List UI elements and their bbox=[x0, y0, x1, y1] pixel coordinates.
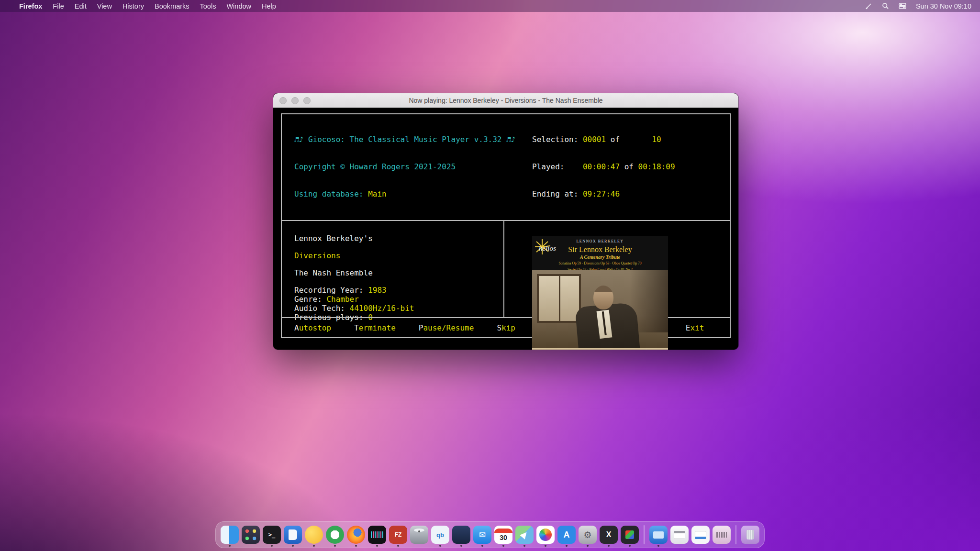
cover-subtitle: A Centenary Tribute bbox=[532, 254, 668, 260]
album-art-pane: helios LENNOX BERKELEY Sir Lennox Berkel… bbox=[504, 221, 730, 317]
menubar-item-help[interactable]: Help bbox=[262, 2, 276, 10]
dock-finder-icon[interactable] bbox=[221, 526, 239, 544]
dock-terminal-icon[interactable]: >_ bbox=[263, 526, 281, 544]
copyright-line: Copyright © Howard Rogers 2021-2025 bbox=[294, 162, 532, 171]
dock-app-window-icon[interactable] bbox=[670, 526, 689, 544]
terminal-frame: ♬♪ Giocoso: The Classical Music Player v… bbox=[281, 113, 731, 338]
pause-resume-button[interactable]: Pause/Resume bbox=[419, 323, 474, 332]
dock-green-app-icon[interactable] bbox=[326, 526, 344, 544]
composer-line: Lennox Berkeley's bbox=[294, 234, 503, 243]
genre-line: Genre: Chamber bbox=[294, 295, 503, 304]
spotlight-search-icon[interactable] bbox=[882, 2, 889, 10]
dock-launchpad-icon[interactable] bbox=[242, 526, 260, 544]
performer-line: The Nash Ensemble bbox=[294, 268, 503, 277]
dock-database-icon[interactable] bbox=[410, 526, 428, 544]
dock-audio-editor-icon[interactable] bbox=[368, 526, 386, 544]
cover-artist-top: LENNOX BERKELEY bbox=[532, 239, 668, 243]
dock-screen-sharing-icon[interactable] bbox=[649, 526, 668, 544]
window-titlebar[interactable]: Now playing: Lennox Berkeley - Diversion… bbox=[273, 93, 738, 108]
skip-button[interactable]: Skip bbox=[497, 323, 515, 332]
menubar-clock[interactable]: Sun 30 Nov 09:10 bbox=[916, 2, 971, 10]
now-playing-pane: Lennox Berkeley's Diversions The Nash En… bbox=[282, 221, 504, 317]
menubar-item-edit[interactable]: Edit bbox=[75, 2, 87, 10]
dock-filezilla-icon[interactable]: FZ bbox=[389, 526, 407, 544]
dock-firefox-icon[interactable] bbox=[347, 526, 365, 544]
dock: >_ FZ qb ✉ 30 A ⚙ X bbox=[215, 521, 765, 548]
dock-game-app-icon[interactable] bbox=[621, 526, 639, 544]
menubar-item-history[interactable]: History bbox=[122, 2, 144, 10]
photo-desk bbox=[532, 348, 668, 350]
dock-trash-icon[interactable] bbox=[741, 526, 759, 544]
app-title-line: ♬♪ Giocoso: The Classical Music Player v… bbox=[294, 135, 532, 144]
dock-document-window-icon[interactable] bbox=[691, 526, 710, 544]
recording-year-line: Recording Year: 1983 bbox=[294, 286, 503, 295]
desktop: { "menubar": { "apple_icon": "", "app_na… bbox=[0, 0, 980, 551]
menubar-item-bookmarks[interactable]: Bookmarks bbox=[155, 2, 189, 10]
album-photo bbox=[532, 270, 668, 350]
menubar-app-name[interactable]: Firefox bbox=[19, 2, 42, 10]
dock-maps-icon[interactable] bbox=[515, 526, 534, 544]
autostop-button[interactable]: Autostop bbox=[294, 323, 331, 332]
menubar-item-file[interactable]: File bbox=[53, 2, 64, 10]
terminal-content: ♬♪ Giocoso: The Classical Music Player v… bbox=[273, 108, 738, 350]
dock-misc-app-icon[interactable] bbox=[713, 526, 731, 544]
dock-yellow-app-icon[interactable] bbox=[305, 526, 323, 544]
dock-app-store-icon[interactable]: A bbox=[557, 526, 576, 544]
close-button[interactable] bbox=[279, 97, 287, 104]
menu-bar: Firefox File Edit View History Bookmarks… bbox=[0, 0, 980, 12]
zoom-button[interactable] bbox=[303, 97, 311, 104]
dock-separator bbox=[644, 525, 645, 544]
played-line: Played: 00:00:47 of 00:18:09 bbox=[532, 162, 730, 171]
photo-window bbox=[537, 274, 581, 323]
ending-line: Ending at: 09:27:46 bbox=[532, 189, 730, 198]
control-center-icon[interactable] bbox=[899, 2, 906, 10]
dock-xquartz-icon[interactable]: X bbox=[600, 526, 618, 544]
dock-mail-icon[interactable]: ✉ bbox=[473, 526, 491, 544]
dock-system-preferences-icon[interactable]: ⚙ bbox=[579, 526, 597, 544]
dock-dark-app-icon[interactable] bbox=[452, 526, 470, 544]
menubar-item-window[interactable]: Window bbox=[226, 2, 251, 10]
dock-books-icon[interactable] bbox=[284, 526, 302, 544]
selection-line: Selection: 00001 of 10 bbox=[532, 135, 730, 144]
dock-photos-icon[interactable] bbox=[536, 526, 555, 544]
menubar-item-view[interactable]: View bbox=[97, 2, 112, 10]
giocoso-window: Now playing: Lennox Berkeley - Diversion… bbox=[273, 93, 738, 350]
dock-separator-trash bbox=[735, 525, 736, 544]
dock-calendar-icon[interactable]: 30 bbox=[494, 526, 512, 544]
audio-tech-line: Audio Tech: 44100Hz/16-bit bbox=[294, 304, 503, 313]
album-cover: helios LENNOX BERKELEY Sir Lennox Berkel… bbox=[532, 236, 668, 350]
dock-qbittorrent-icon[interactable]: qb bbox=[431, 526, 449, 544]
pencil-status-icon[interactable] bbox=[865, 2, 872, 10]
minimize-button[interactable] bbox=[291, 97, 299, 104]
terminate-button[interactable]: Terminate bbox=[354, 323, 396, 332]
cover-works-line1: Sonatina Op 59 · Diversions Op 63 · Oboe… bbox=[532, 261, 668, 266]
menubar-item-tools[interactable]: Tools bbox=[200, 2, 216, 10]
window-title: Now playing: Lennox Berkeley - Diversion… bbox=[409, 97, 602, 104]
work-title: Diversions bbox=[294, 251, 503, 260]
terminal-header: ♬♪ Giocoso: The Classical Music Player v… bbox=[282, 114, 730, 221]
cover-title: Sir Lennox Berkeley bbox=[532, 245, 668, 254]
exit-button[interactable]: Exit bbox=[686, 323, 704, 332]
photo-figure-head bbox=[593, 286, 613, 309]
database-line: Using database: Main bbox=[294, 189, 532, 198]
